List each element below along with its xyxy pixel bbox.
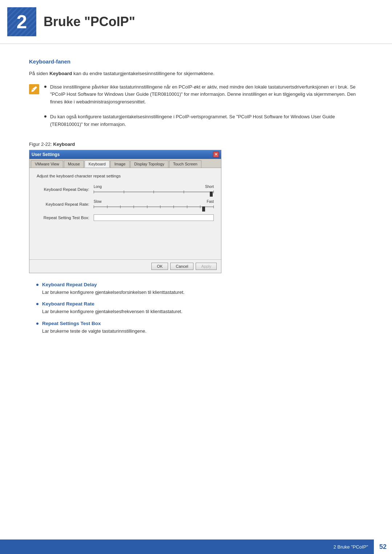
feature-desc-2: Lar brukerne konfigurere gjentakelsesfre…	[42, 308, 183, 316]
delay-slider-thumb[interactable]	[210, 192, 213, 197]
delay-right-label: Short	[205, 185, 214, 189]
note-text-2: Du kan også konfigurere tastaturgjentake…	[50, 113, 363, 128]
dialog-close-button[interactable]: ✕	[213, 152, 219, 157]
footer-text: 2 Bruke "PCoIP"	[334, 544, 374, 550]
footer-page-number: 52	[374, 539, 392, 554]
tab-mouse[interactable]: Mouse	[64, 160, 84, 168]
feature-title-2: Keyboard Repeat Rate	[42, 301, 183, 307]
tab-keyboard[interactable]: Keyboard	[85, 160, 110, 168]
feature-content-2: Keyboard Repeat Rate Lar brukerne konfig…	[42, 301, 183, 316]
testbox-input[interactable]	[94, 214, 214, 221]
main-content: Keyboard-fanen På siden Keyboard kan du …	[0, 55, 392, 369]
rate-slider-area: Slow Fast	[94, 200, 214, 209]
feature-title-1: Keyboard Repeat Delay	[42, 282, 184, 287]
tab-touch-screen[interactable]: Touch Screen	[169, 160, 201, 168]
rate-slider-thumb[interactable]	[202, 206, 205, 212]
bullet-dot	[44, 86, 46, 88]
feature-item-testbox: Repeat Settings Test Box Lar brukerne te…	[36, 321, 363, 335]
dialog-titlebar: User Settings ✕	[29, 150, 221, 159]
chapter-number: 2	[17, 11, 27, 33]
rate-slider-track[interactable]	[94, 204, 214, 209]
chapter-header: 2 Bruke "PCoIP"	[0, 0, 392, 44]
chapter-title: Bruke "PCoIP"	[44, 14, 135, 29]
dialog-body: Adjust the keyboard character repeat set…	[29, 168, 221, 259]
rate-label: Keyboard Repeat Rate:	[37, 202, 89, 206]
dialog-footer: OK Cancel Apply	[29, 259, 221, 273]
feature-item-delay: Keyboard Repeat Delay Lar brukerne konfi…	[36, 282, 363, 296]
rate-slider-row: Keyboard Repeat Rate: Slow Fast	[37, 200, 214, 209]
figure-label: Figur 2-22: Keyboard	[29, 141, 363, 147]
feature-desc-3: Lar brukerne teste de valgte tastaturinn…	[42, 328, 147, 335]
dialog-window: User Settings ✕ VMware View Mouse Keyboa…	[29, 150, 221, 273]
dialog-title: User Settings	[32, 152, 60, 157]
rate-slider-line	[94, 206, 214, 207]
tab-image[interactable]: Image	[110, 160, 130, 168]
feature-title-3: Repeat Settings Test Box	[42, 321, 147, 326]
note-icon	[29, 84, 39, 94]
delay-slider-track[interactable]	[94, 189, 214, 194]
cancel-button[interactable]: Cancel	[170, 263, 193, 270]
section-heading: Keyboard-fanen	[29, 58, 363, 65]
dialog-tabs: VMware View Mouse Keyboard Image Display…	[29, 159, 221, 168]
delay-label: Keyboard Repeat Delay:	[37, 187, 89, 192]
rate-right-label: Fast	[207, 200, 214, 204]
ok-button[interactable]: OK	[151, 263, 168, 270]
feature-desc-1: Lar brukerne konfigurere gjentakelsesfor…	[42, 289, 184, 296]
delay-left-label: Long	[94, 185, 102, 189]
note-content: Disse innstillingene påvirker ikke tasta…	[44, 83, 363, 136]
delay-slider-row: Keyboard Repeat Delay: Long Short	[37, 185, 214, 194]
feature-content-1: Keyboard Repeat Delay Lar brukerne konfi…	[42, 282, 184, 296]
tab-vmware-view[interactable]: VMware View	[31, 160, 63, 168]
rate-range-labels: Slow Fast	[94, 200, 214, 204]
intro-paragraph: På siden Keyboard kan du endre tastaturg…	[29, 70, 363, 78]
feature-bullet-dot-1	[36, 284, 38, 286]
feature-list: Keyboard Repeat Delay Lar brukerne konfi…	[36, 282, 363, 335]
figure-label-text: Figur 2-22:	[29, 141, 52, 147]
delay-slider-line	[94, 192, 214, 192]
figure-bold: Keyboard	[53, 141, 75, 147]
feature-bullet-dot-3	[36, 323, 38, 325]
page-footer: 2 Bruke "PCoIP" 52	[0, 539, 392, 554]
tab-display-topology[interactable]: Display Topology	[130, 160, 168, 168]
testbox-label: Repeat Setting Test Box:	[37, 216, 89, 220]
dialog-subtitle: Adjust the keyboard character repeat set…	[37, 174, 214, 178]
delay-range-labels: Long Short	[94, 185, 214, 189]
note-bullet-1: Disse innstillingene påvirker ikke tasta…	[44, 83, 363, 110]
note-block: Disse innstillingene påvirker ikke tasta…	[29, 83, 363, 136]
rate-left-label: Slow	[94, 200, 102, 204]
feature-content-3: Repeat Settings Test Box Lar brukerne te…	[42, 321, 147, 335]
feature-bullet-dot-2	[36, 303, 38, 305]
note-text-1: Disse innstillingene påvirker ikke tasta…	[50, 83, 363, 106]
chapter-number-box: 2	[7, 7, 36, 36]
bullet-dot-2	[44, 115, 46, 118]
delay-slider-area: Long Short	[94, 185, 214, 194]
apply-button[interactable]: Apply	[196, 263, 217, 270]
testbox-row: Repeat Setting Test Box:	[37, 214, 214, 221]
spacer	[37, 226, 214, 255]
feature-item-rate: Keyboard Repeat Rate Lar brukerne konfig…	[36, 301, 363, 316]
intro-bold: Keyboard	[49, 71, 72, 76]
note-bullet-2: Du kan også konfigurere tastaturgjentake…	[44, 113, 363, 132]
